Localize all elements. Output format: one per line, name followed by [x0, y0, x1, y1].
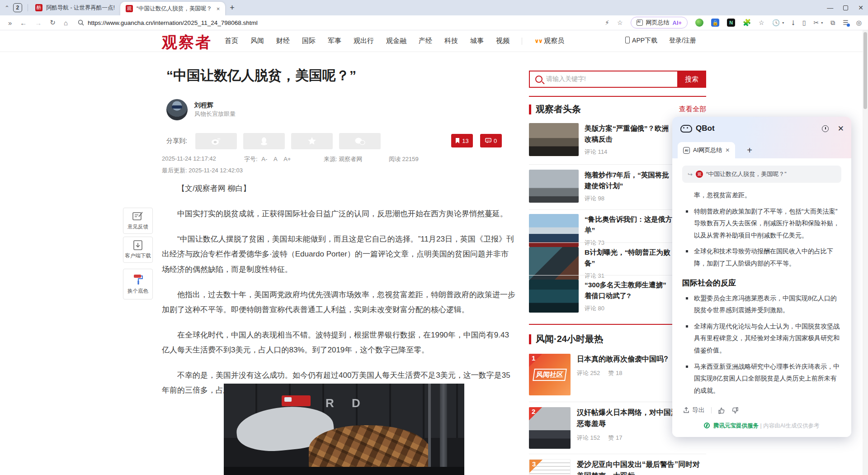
nav-item-city[interactable]: 城事	[470, 37, 484, 45]
tab-close-icon[interactable]: ×	[217, 5, 220, 12]
member-label: 观察员	[544, 37, 564, 45]
home-button[interactable]: ⌂	[64, 19, 68, 27]
qbot-tab-close-icon[interactable]: ✕	[725, 147, 730, 153]
fengwen-logo-text: 风闻社区	[533, 369, 567, 381]
copy-pages-icon[interactable]: ⧉	[830, 19, 835, 27]
guancha-logo[interactable]: 观察者	[162, 32, 212, 53]
share-qq-button[interactable]	[243, 133, 285, 149]
extensions-puzzle-icon[interactable]: 🧩	[743, 19, 751, 27]
client-download-tool-button[interactable]: 客户端下载	[123, 237, 153, 263]
paragraph: 【文/观察者网 柳白】	[162, 181, 515, 196]
feedback-tool-button[interactable]: 意见反馈	[123, 208, 153, 234]
thumbs-up-icon[interactable]	[718, 407, 725, 414]
font-normal-button[interactable]: A	[274, 156, 278, 162]
qbot-source-chip[interactable]: ↪ 观 “中国让数亿人脱贫，美国呢？”	[682, 166, 841, 183]
nav-item-fengwen[interactable]: 风闻	[250, 37, 264, 45]
dark-extension-icon[interactable]: N	[727, 19, 735, 27]
browser-tab-inactive[interactable]: 酷 阿酷导航 - 让世界再酷一点!	[30, 0, 120, 15]
headline-title[interactable]: B计划曝光，“特朗普正为败 备”	[585, 248, 670, 267]
search-button[interactable]: 搜索	[677, 71, 706, 88]
share-wechat-button[interactable]	[339, 133, 381, 149]
qbot-bullet: 特朗普政府的政策加剧了不平等，包括“大而美法案”导致数百万人失去医保，削减医疗补…	[682, 205, 841, 242]
maximize-button[interactable]	[843, 5, 848, 10]
author-avatar[interactable]	[166, 99, 188, 120]
flash-save-icon[interactable]: ⚡	[605, 19, 609, 26]
address-bar[interactable]: https://www.guancha.cn/internation/2025_…	[78, 19, 605, 26]
url-text[interactable]: https://www.guancha.cn/internation/2025_…	[88, 19, 258, 26]
hot-item[interactable]: 3 爱沙尼亚向中国发出“最后警告”同时对 美国禁声，太双标 评论 130赞 17	[529, 439, 706, 475]
login-register-link[interactable]: 登录/注册	[669, 37, 696, 45]
scrollbar-thumb[interactable]	[863, 32, 867, 109]
history-caret-icon[interactable]: ▾	[782, 21, 784, 25]
qbot-section-title: 国际社会的反应	[682, 278, 841, 288]
browser-menu-logo-icon[interactable]: ◎	[856, 19, 862, 26]
favorites-star-icon[interactable]: ☆	[759, 19, 764, 26]
reload-button[interactable]: ↻	[50, 19, 56, 27]
app-download-link[interactable]: APP下载	[625, 37, 657, 45]
comment-count: 0	[494, 138, 497, 144]
thumbs-down-icon[interactable]	[731, 407, 739, 414]
overflow-chevrons-icon[interactable]: »	[8, 19, 12, 27]
new-tab-button[interactable]: +	[230, 3, 235, 13]
author-name[interactable]: 刘程辉	[194, 101, 213, 109]
history-clock-icon[interactable]: 🕓	[772, 19, 780, 26]
nav-item-tech[interactable]: 科技	[444, 37, 458, 45]
ai-summary-pill[interactable]: 网页总结 AI+	[631, 17, 688, 28]
nav-item-home[interactable]: 首页	[225, 37, 238, 45]
bookmark-count-button[interactable]: 13	[451, 134, 473, 147]
nav-item-finance[interactable]: 财经	[276, 37, 290, 45]
screenshot-scissors-icon[interactable]: ✂	[813, 19, 819, 26]
font-smaller-button[interactable]: A-	[261, 156, 267, 162]
downloads-icon[interactable]: ⭣	[792, 19, 795, 27]
tab-search-icon[interactable]: ⌃	[5, 5, 9, 11]
headline-comments: 评论 114	[585, 148, 669, 156]
headline-title[interactable]: 拖着炒作7年后，“英国将批 建使馆计划”	[585, 171, 669, 190]
share-qzone-button[interactable]	[291, 133, 333, 149]
export-button[interactable]: 导出	[683, 406, 705, 414]
hot-item-title[interactable]: 爱沙尼亚向中国发出“最后警告”同时对 美国禁声，太双标	[577, 461, 700, 475]
comment-count-button[interactable]: 0	[480, 134, 502, 147]
minimize-button[interactable]: —	[827, 4, 833, 11]
mobile-device-icon[interactable]: ▯	[802, 19, 806, 26]
nav-item-guanjinrong[interactable]: 观金融	[386, 37, 406, 45]
client-download-label: 客户端下载	[125, 252, 151, 259]
search-input[interactable]: 请输入关键字!	[546, 75, 678, 83]
nav-item-military[interactable]: 军事	[328, 37, 341, 45]
headline-title[interactable]: “鲁比奥告诉我们：这是俄方 单”	[585, 215, 672, 234]
headline-title[interactable]: “300多名天主教师生遭掳” 着借口动武了?	[585, 281, 666, 299]
nav-item-video[interactable]: 视频	[496, 37, 509, 45]
qbot-close-icon[interactable]: ✕	[838, 124, 844, 133]
back-button[interactable]: ←	[20, 19, 27, 27]
tab-counter[interactable]: 2	[13, 3, 22, 12]
qbot-new-tab-button[interactable]: +	[747, 145, 752, 158]
hot-item-title[interactable]: 汉奸帖爆火日本网络，对中国游 恶毒羞辱	[577, 408, 678, 428]
footer-separator: |	[760, 423, 761, 429]
share-weibo-button[interactable]	[195, 133, 237, 149]
bookmark-star-icon[interactable]: ☆	[617, 19, 623, 26]
qbot-tab-summary[interactable]: AI AI网页总结 ✕	[678, 142, 735, 158]
nav-item-member[interactable]: ∨∨ 观察员	[534, 37, 564, 45]
font-larger-button[interactable]: A+	[283, 156, 291, 162]
reading-list-icon[interactable]: ☰	[843, 19, 849, 26]
idm-extension-icon[interactable]	[695, 19, 703, 27]
forward-button[interactable]: →	[35, 19, 42, 27]
headline-thumbnail	[529, 123, 579, 156]
close-window-button[interactable]: ✕	[858, 4, 863, 11]
hot-item-title[interactable]: 日本真的敢再次偷袭中国吗?	[577, 355, 668, 363]
qbot-history-icon[interactable]	[822, 125, 829, 132]
hot-title: 风闻·24小时最热	[536, 333, 603, 345]
nav-item-international[interactable]: 国际	[302, 37, 316, 45]
page-scrollbar[interactable]	[863, 30, 868, 475]
password-extension-icon[interactable]: 🔒	[711, 19, 719, 27]
screenshot-caret-icon[interactable]: ▾	[821, 21, 823, 25]
hot-thumbnail: 3	[529, 459, 571, 475]
export-label: 导出	[692, 406, 705, 414]
provider-link[interactable]: 腾讯元宝提供服务	[713, 423, 759, 429]
headline-title[interactable]: 美版方案“严重偏俄”？欧洲 改稿反击	[585, 124, 669, 143]
nav-item-travel[interactable]: 观出行	[354, 37, 374, 45]
view-all-link[interactable]: 查看全部	[679, 105, 706, 114]
nav-item-industry[interactable]: 产经	[419, 37, 432, 45]
background-color-tool-button[interactable]: 换个底色	[123, 269, 153, 299]
site-header: 观察者 首页 风闻 财经 国际 军事 观出行 观金融 产经 科技 城事 视频 ∨…	[0, 30, 863, 52]
browser-tab-active[interactable]: 观 “中国让数亿人脱贫，美国呢？ ×	[120, 2, 225, 15]
